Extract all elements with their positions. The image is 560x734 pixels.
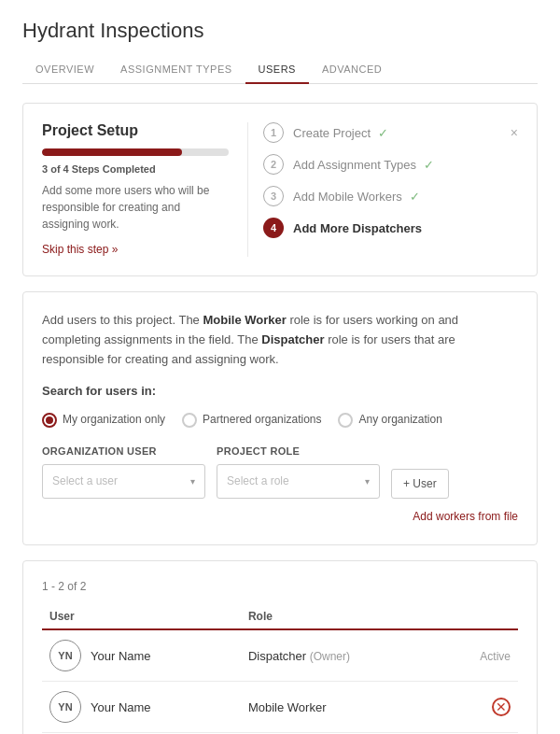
step-check-2: ✓ xyxy=(424,158,434,172)
mobile-worker-bold: Mobile Worker xyxy=(203,313,286,327)
radio-circle-my-org xyxy=(42,413,57,428)
steps-desc: Add some more users who will be responsi… xyxy=(42,182,229,233)
step-check-1: ✓ xyxy=(378,126,388,140)
role-cell-1: Dispatcher (Owner) xyxy=(241,629,441,682)
status-active-1: Active xyxy=(480,650,511,663)
nav-tabs: OVERVIEW ASSIGNMENT TYPES USERS ADVANCED xyxy=(22,56,538,84)
step-label-4: Add More Dispatchers xyxy=(293,221,518,235)
radio-any-org[interactable]: Any organization xyxy=(338,411,441,429)
step-close-icon[interactable]: × xyxy=(511,125,518,140)
role-placeholder: Select a role xyxy=(227,473,289,490)
tab-advanced[interactable]: ADVANCED xyxy=(309,56,395,84)
role-field-label: Project Role xyxy=(217,444,380,460)
step-list: 1 Create Project ✓ × 2 Add Assignment Ty… xyxy=(263,122,518,238)
radio-group: My organization only Partnered organizat… xyxy=(42,411,518,429)
add-user-button[interactable]: + User xyxy=(391,469,449,499)
user-cell-2: YN Your Name xyxy=(42,682,241,733)
action-cell-2: ✕ xyxy=(441,682,518,733)
tab-users[interactable]: USERS xyxy=(245,56,309,84)
user-select[interactable]: Select a user ▾ xyxy=(42,464,205,499)
project-setup-right: 1 Create Project ✓ × 2 Add Assignment Ty… xyxy=(247,122,518,257)
user-cell-inner-1: YN Your Name xyxy=(49,640,233,671)
avatar-2: YN xyxy=(49,691,81,723)
page-title: Hydrant Inspections xyxy=(22,19,538,43)
step-num-4: 4 xyxy=(263,218,284,238)
role-text-2: Mobile Worker xyxy=(248,700,327,714)
radio-label-partnered: Partnered organizations xyxy=(203,411,321,429)
table-count: 1 - 2 of 2 xyxy=(42,580,518,593)
step-item-3: 3 Add Mobile Workers ✓ xyxy=(263,186,518,206)
step-num-3: 3 xyxy=(263,186,284,206)
step-label-2: Add Assignment Types ✓ xyxy=(293,158,518,172)
radio-label-my-org: My organization only xyxy=(63,411,165,429)
tab-overview[interactable]: OVERVIEW xyxy=(22,56,107,84)
search-description: Add users to this project. The Mobile Wo… xyxy=(42,311,518,369)
table-row-2: YN Your Name Mobile Worker ✕ xyxy=(42,682,518,733)
add-users-card: Add users to this project. The Mobile Wo… xyxy=(22,291,538,545)
chevron-down-icon-role: ▾ xyxy=(365,474,370,489)
table-header-row: User Role xyxy=(42,604,518,629)
step-label-3: Add Mobile Workers ✓ xyxy=(293,190,518,204)
radio-dot-my-org xyxy=(46,416,53,424)
user-field-label: Organization User xyxy=(42,444,205,460)
skip-step-link[interactable]: Skip this step » xyxy=(42,243,118,256)
col-action xyxy=(441,604,518,629)
radio-circle-partnered xyxy=(182,413,197,428)
step-label-1: Create Project ✓ × xyxy=(293,125,518,140)
radio-circle-any-org xyxy=(338,413,353,428)
table-row: YN Your Name Dispatcher (Owner) Active xyxy=(42,629,518,682)
role-form-group: Project Role Select a role ▾ xyxy=(217,444,380,499)
col-user: User xyxy=(42,604,241,629)
user-placeholder: Select a user xyxy=(52,473,118,490)
user-name-2: Your Name xyxy=(91,700,151,714)
radio-label-any-org: Any organization xyxy=(358,411,441,429)
page-container: Hydrant Inspections OVERVIEW ASSIGNMENT … xyxy=(0,0,560,734)
chevron-down-icon: ▾ xyxy=(190,474,195,489)
role-select[interactable]: Select a role ▾ xyxy=(217,464,380,499)
step-check-3: ✓ xyxy=(410,190,420,204)
step-item-4: 4 Add More Dispatchers xyxy=(263,218,518,238)
add-workers-from-file-link[interactable]: Add workers from file xyxy=(42,508,518,526)
step-num-1: 1 xyxy=(263,122,284,143)
role-sub-1: (Owner) xyxy=(310,650,350,663)
project-setup-left: Project Setup 3 of 4 Steps Completed Add… xyxy=(42,122,229,257)
search-section: Add users to this project. The Mobile Wo… xyxy=(42,311,518,526)
radio-my-org[interactable]: My organization only xyxy=(42,411,165,429)
avatar-1: YN xyxy=(49,640,81,671)
dispatcher-bold: Dispatcher xyxy=(261,332,324,346)
role-text-1: Dispatcher xyxy=(248,649,306,663)
step-item-1: 1 Create Project ✓ × xyxy=(263,122,518,143)
setup-title: Project Setup xyxy=(42,122,229,139)
step-num-2: 2 xyxy=(263,154,284,175)
search-label: Search for users in: xyxy=(42,382,518,402)
role-cell-2: Mobile Worker xyxy=(241,682,441,733)
project-setup-card: Project Setup 3 of 4 Steps Completed Add… xyxy=(22,103,538,276)
form-row: Organization User Select a user ▾ Projec… xyxy=(42,444,518,499)
user-cell-1: YN Your Name xyxy=(42,629,241,682)
step-item-2: 2 Add Assignment Types ✓ xyxy=(263,154,518,175)
user-form-group: Organization User Select a user ▾ xyxy=(42,444,205,499)
user-name-1: Your Name xyxy=(91,649,151,663)
user-cell-inner-2: YN Your Name xyxy=(49,691,233,723)
remove-user-button[interactable]: ✕ xyxy=(492,698,511,716)
user-table: User Role YN Your Name Dispatcher xyxy=(42,604,518,733)
tab-assignment-types[interactable]: ASSIGNMENT TYPES xyxy=(107,56,245,84)
col-role: Role xyxy=(241,604,441,629)
progress-bar-fill xyxy=(42,148,182,156)
progress-bar xyxy=(42,148,229,156)
radio-partnered[interactable]: Partnered organizations xyxy=(182,411,321,429)
user-table-card: 1 - 2 of 2 User Role YN Your Name xyxy=(22,560,538,734)
steps-completed: 3 of 4 Steps Completed xyxy=(42,163,229,175)
action-cell-1: Active xyxy=(441,629,518,682)
